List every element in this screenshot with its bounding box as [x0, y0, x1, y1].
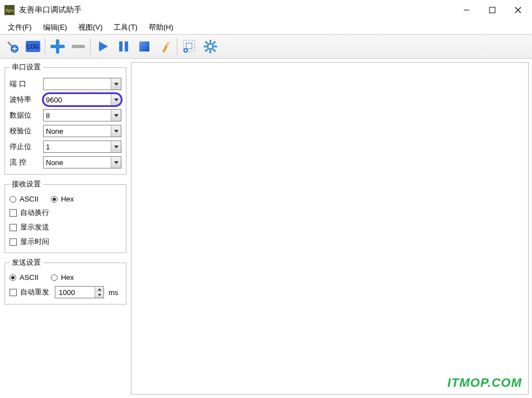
svg-rect-9 — [139, 41, 149, 51]
showsend-label: 显示发送 — [20, 222, 49, 232]
chevron-down-icon — [111, 141, 121, 152]
svg-point-13 — [208, 44, 213, 49]
send-settings-group: 发送设置 ASCII Hex 自动重发 1000 — [4, 257, 126, 305]
interval-value: 1000 — [55, 287, 95, 298]
pause-button[interactable] — [114, 37, 133, 57]
flow-combo[interactable]: None — [43, 156, 121, 168]
stopbits-label: 停止位 — [10, 142, 41, 152]
radio-icon — [51, 274, 58, 281]
connect-button[interactable] — [2, 37, 22, 57]
port-combo[interactable] — [43, 78, 121, 90]
autowrap-checkbox[interactable]: 自动换行 — [10, 208, 121, 218]
parity-label: 校验位 — [10, 126, 41, 136]
serial-settings-legend: 串口设置 — [10, 62, 43, 72]
remove-button[interactable] — [68, 37, 88, 57]
chevron-down-icon — [111, 110, 121, 121]
log-button[interactable]: LOG — [23, 37, 43, 57]
checkbox-icon — [10, 238, 17, 246]
new-window-button[interactable] — [180, 37, 199, 57]
autorepeat-checkbox[interactable]: 自动重发 — [10, 287, 49, 297]
port-label: 端 口 — [10, 79, 41, 89]
send-ascii-radio[interactable]: ASCII — [10, 273, 39, 282]
parity-combo[interactable]: None — [43, 125, 121, 137]
receive-settings-legend: 接收设置 — [10, 179, 43, 189]
send-ascii-label: ASCII — [20, 273, 39, 282]
settings-button[interactable] — [200, 37, 220, 57]
svg-line-21 — [213, 41, 215, 44]
flow-label: 流 控 — [10, 157, 41, 167]
stopbits-value: 1 — [44, 143, 111, 151]
spinner-controls — [95, 287, 103, 298]
svg-rect-8 — [125, 41, 128, 51]
receive-settings-group: 接收设置 ASCII Hex 自动换行 显示发送 — [4, 179, 126, 253]
left-panel: 串口设置 端 口 波特率 9600 数据位 8 — [0, 59, 130, 398]
maximize-button[interactable] — [479, 2, 505, 18]
svg-rect-11 — [186, 43, 192, 49]
baud-label: 波特率 — [10, 95, 41, 105]
svg-rect-1 — [489, 7, 495, 13]
svg-rect-7 — [119, 41, 123, 51]
chevron-down-icon — [111, 94, 121, 105]
stop-button[interactable] — [134, 37, 154, 57]
menu-tool[interactable]: 工具(T) — [108, 21, 143, 34]
recv-ascii-label: ASCII — [20, 195, 39, 203]
window-title: 友善串口调试助手 — [19, 5, 454, 15]
svg-line-18 — [205, 41, 208, 44]
svg-line-20 — [205, 49, 208, 51]
autorepeat-label: 自动重发 — [20, 287, 49, 297]
menu-file[interactable]: 文件(F) — [2, 21, 37, 34]
toolbar-separator — [90, 38, 91, 55]
chevron-down-icon — [111, 78, 121, 90]
clear-button[interactable] — [155, 37, 175, 57]
recv-hex-label: Hex — [61, 195, 74, 203]
titlebar: Spu 友善串口调试助手 — [0, 0, 532, 20]
chevron-down-icon — [111, 157, 121, 168]
databits-combo[interactable]: 8 — [43, 109, 121, 121]
add-button[interactable] — [48, 37, 67, 57]
radio-icon — [10, 274, 16, 281]
checkbox-icon — [10, 209, 17, 217]
showtime-label: 显示时间 — [20, 237, 49, 247]
svg-text:LOG: LOG — [27, 44, 39, 50]
interval-unit: ms — [109, 288, 118, 297]
databits-value: 8 — [44, 111, 111, 120]
content-area: 串口设置 端 口 波特率 9600 数据位 8 — [0, 59, 532, 398]
interval-spinner[interactable]: 1000 — [55, 286, 104, 298]
spin-down-icon[interactable] — [95, 292, 103, 298]
baud-value: 9600 — [44, 96, 111, 104]
radio-icon — [10, 196, 16, 203]
toolbar: LOG — [0, 35, 532, 59]
toolbar-separator — [45, 38, 45, 55]
radio-icon — [51, 196, 58, 203]
window-controls — [454, 2, 531, 18]
send-hex-label: Hex — [61, 273, 74, 282]
recv-hex-radio[interactable]: Hex — [51, 195, 74, 203]
menu-help[interactable]: 帮助(H) — [143, 21, 179, 34]
serial-settings-group: 串口设置 端 口 波特率 9600 数据位 8 — [4, 62, 126, 175]
databits-label: 数据位 — [10, 110, 41, 120]
toolbar-separator — [177, 38, 177, 55]
watermark: ITMOP.COM — [448, 376, 522, 390]
recv-ascii-radio[interactable]: ASCII — [10, 195, 39, 203]
output-area[interactable] — [131, 62, 529, 395]
checkbox-icon — [10, 224, 17, 231]
menubar: 文件(F) 编辑(E) 视图(V) 工具(T) 帮助(H) — [0, 20, 532, 35]
svg-line-19 — [213, 49, 215, 51]
showsend-checkbox[interactable]: 显示发送 — [10, 222, 121, 232]
stopbits-combo[interactable]: 1 — [43, 141, 121, 153]
menu-edit[interactable]: 编辑(E) — [37, 21, 73, 34]
close-button[interactable] — [505, 2, 531, 18]
parity-value: None — [44, 127, 111, 135]
showtime-checkbox[interactable]: 显示时间 — [10, 237, 121, 247]
play-button[interactable] — [93, 37, 112, 57]
menu-view[interactable]: 视图(V) — [73, 21, 108, 34]
flow-value: None — [44, 158, 111, 167]
minimize-button[interactable] — [454, 2, 479, 18]
baud-combo[interactable]: 9600 — [43, 93, 121, 106]
spin-up-icon[interactable] — [95, 287, 103, 292]
send-hex-radio[interactable]: Hex — [51, 273, 74, 282]
app-icon: Spu — [4, 5, 15, 15]
autowrap-label: 自动换行 — [20, 208, 49, 218]
chevron-down-icon — [111, 125, 121, 137]
checkbox-icon — [10, 289, 17, 296]
